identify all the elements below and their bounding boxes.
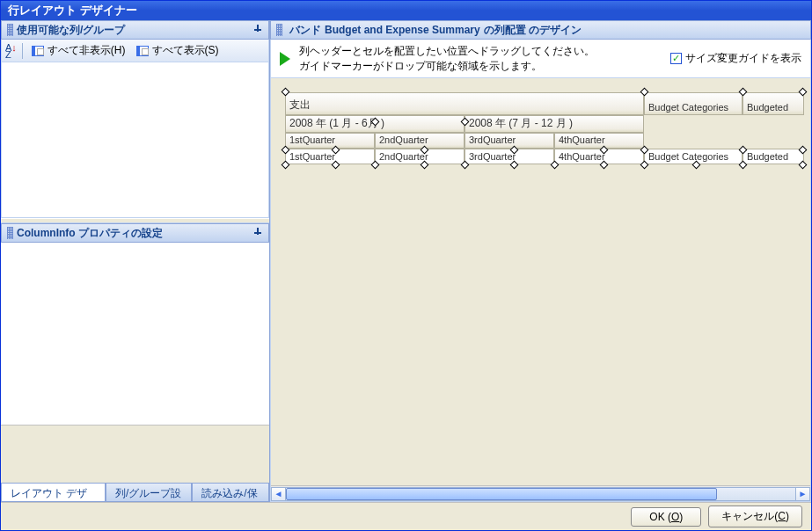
header-q1[interactable]: 1stQuarter: [285, 133, 375, 149]
header-q2[interactable]: 2ndQuarter: [375, 133, 465, 149]
panel-available-columns-header: 使用可能な列/グループ: [1, 20, 269, 40]
sort-icon[interactable]: A↓Z: [5, 44, 17, 58]
columninfo-description: [1, 425, 269, 483]
header-budgeted[interactable]: Budgeted: [743, 92, 804, 115]
grip-icon: [7, 227, 13, 239]
show-all-button[interactable]: すべて表示(S): [133, 41, 223, 60]
header-budget-categories[interactable]: Budget Categories: [644, 92, 743, 115]
scroll-thumb[interactable]: [286, 488, 717, 500]
cancel-button[interactable]: キャンセル(C): [708, 506, 802, 527]
tab-column-group-settings[interactable]: 列/グループ設定: [106, 484, 192, 502]
header-shishutsu[interactable]: 支出: [285, 92, 644, 115]
cell-q3[interactable]: 3rdQuarter: [465, 149, 554, 164]
panel-columninfo-header: ColumnInfo プロパティの設定: [1, 223, 269, 243]
cell-budgeted[interactable]: Budgeted: [743, 149, 804, 164]
header-2008-h2[interactable]: 2008 年 (7 月 - 12 月 ): [465, 115, 644, 133]
ok-button[interactable]: OK (O): [631, 507, 701, 527]
resize-marker[interactable]: [799, 161, 808, 170]
left-tabs: レイアウト デザイン 列/グループ設定 読み込み/保存: [1, 483, 269, 502]
layout-design-canvas[interactable]: 支出 Budget Categories Budgeted 2008 年 (1 …: [271, 78, 810, 485]
pin-icon[interactable]: [252, 228, 263, 238]
scroll-left-button[interactable]: ◄: [271, 487, 286, 501]
show-resize-guide-checkbox[interactable]: ✓ サイズ変更ガイドを表示: [670, 51, 801, 66]
horizontal-scrollbar[interactable]: ◄ ►: [271, 485, 810, 501]
header-q3[interactable]: 3rdQuarter: [465, 133, 554, 149]
columninfo-property-grid[interactable]: [1, 243, 269, 425]
cell-q1[interactable]: 1stQuarter: [285, 149, 375, 164]
scroll-right-button[interactable]: ►: [795, 487, 810, 501]
tab-load-save[interactable]: 読み込み/保存: [192, 484, 269, 502]
show-all-icon: [136, 46, 149, 56]
design-header: バンド Budget and Expense Summary の列配置 のデザイ…: [270, 20, 811, 40]
hide-all-button[interactable]: すべて非表示(H): [28, 41, 129, 60]
help-text: 列ヘッダーとセルを配置したい位置へドラッグしてください。 ガイドマーカーがドロッ…: [280, 44, 595, 74]
hide-all-icon: [32, 46, 44, 56]
pin-icon[interactable]: [252, 25, 263, 35]
tab-layout-design[interactable]: レイアウト デザイン: [1, 484, 106, 502]
cell-q2[interactable]: 2ndQuarter: [375, 149, 465, 164]
window-title: 行レイアウト デザイナー: [1, 1, 811, 20]
grip-icon: [7, 24, 13, 36]
available-columns-list[interactable]: [1, 62, 269, 218]
available-columns-toolbar: A↓Z すべて非表示(H) すべて表示(S): [1, 40, 269, 62]
header-q4[interactable]: 4thQuarter: [554, 133, 644, 149]
cell-q4[interactable]: 4thQuarter: [554, 149, 644, 164]
grip-icon: [276, 24, 282, 36]
play-icon: [280, 52, 290, 66]
